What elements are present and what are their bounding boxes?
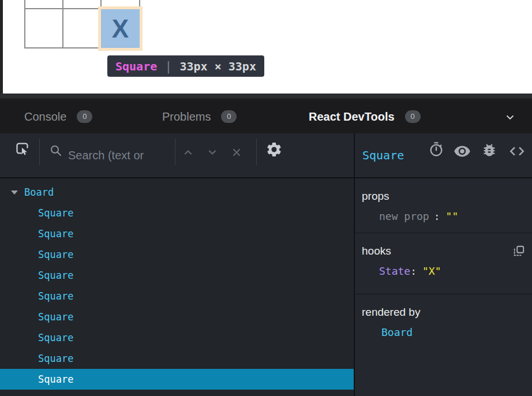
window-edge [0,0,3,94]
rendered-by-title: rendered by [362,306,525,319]
tab-react-devtools-badge: 0 [405,110,421,123]
tree-item-label: Square [38,228,73,240]
component-tree: Board Square Square Square Square Square… [0,178,354,396]
bug-icon[interactable] [481,142,497,158]
selected-component-name: Square [362,148,404,162]
tree-item-board[interactable]: Board [0,182,354,203]
tree-item-label: Square [38,207,73,219]
tab-console-label: Console [24,110,66,124]
square-value: X [112,14,129,43]
tooltip-separator: | [164,59,172,73]
tab-problems[interactable]: Problems 0 [162,100,237,133]
inspect-tooltip: Square | 33px × 33px [107,55,264,77]
tab-console-badge: 0 [77,110,92,123]
hook-name: State [379,265,410,277]
devtools-window: X Square | 33px × 33px Console 0 Problem… [0,0,532,396]
tree-item-label: Square [38,311,73,323]
chevron-down-icon[interactable] [504,111,516,123]
tree-item-label: Square [38,249,73,260]
tree-item-square[interactable]: Square [0,286,354,307]
colon: : [434,210,440,222]
tab-problems-badge: 0 [221,110,237,123]
tree-item-square[interactable]: Square [0,307,354,327]
toolbar-divider [39,139,40,165]
tree-item-label: Square [38,290,73,302]
new-prop-input[interactable]: new prop [379,210,429,222]
tree-item-label: Square [38,270,73,281]
tree-item-label: Square [38,332,73,343]
tooltip-component-name: Square [115,59,157,73]
props-section: props new prop : "" [355,178,532,233]
component-details: props new prop : "" hooks State : [355,178,532,396]
tab-console[interactable]: Console 0 [24,100,92,133]
inspect-element-icon[interactable] [14,141,30,156]
tree-item-square[interactable]: Square [0,223,354,244]
tree-item-label: Square [38,373,73,385]
new-prop-row[interactable]: new prop : "" [379,210,525,222]
react-devtools-toolbar: Square [0,133,532,178]
tree-item-label: Board [24,186,54,198]
search-icon [49,144,63,158]
code-icon[interactable] [508,143,526,160]
tab-react-devtools-label: React DevTools [309,110,395,124]
page-viewport: X Square | 33px × 33px [0,0,532,94]
tooltip-dimensions: 33px × 33px [180,59,256,73]
hook-state-row[interactable]: State : "X" [379,265,525,277]
board-gridline [24,0,25,48]
hooks-title: hooks [362,245,391,257]
eye-icon[interactable] [454,143,471,160]
tab-react-devtools[interactable]: React DevTools 0 [309,100,421,133]
devtools-top-edge [0,94,532,99]
prop-value[interactable]: "" [446,210,459,222]
devtools-tab-bar: Console 0 Problems 0 React DevTools 0 [0,100,532,133]
chevron-expanded-icon[interactable] [11,190,18,195]
hook-parse-icon[interactable] [512,245,525,257]
tree-item-square[interactable]: Square [0,348,354,369]
board-gridline [62,0,63,48]
tree-item-square[interactable]: Square [0,244,354,265]
tree-item-square[interactable]: Square [0,327,354,348]
tree-item-square[interactable]: Square [0,203,354,223]
tree-item-square-selected[interactable]: Square [0,369,354,390]
chevron-up-icon[interactable] [181,145,195,159]
toolbar-divider [256,139,257,165]
gear-icon[interactable] [265,141,283,158]
tree-item-label: Square [38,353,73,364]
rendered-by-owner-link[interactable]: Board [381,326,525,338]
search-input[interactable] [68,144,172,167]
board-square-highlighted[interactable]: X [101,9,140,48]
close-icon[interactable] [230,145,243,159]
rendered-by-section: rendered by Board [355,294,532,396]
colon: : [410,265,417,277]
stopwatch-icon[interactable] [428,141,444,158]
hooks-section: hooks State : "X" [355,233,532,294]
props-title: props [362,190,525,203]
tab-problems-label: Problems [162,110,211,124]
toolbar-divider [175,139,175,165]
tree-item-square[interactable]: Square [0,265,354,286]
chevron-down-icon[interactable] [205,145,219,159]
hook-value[interactable]: "X" [422,265,441,277]
